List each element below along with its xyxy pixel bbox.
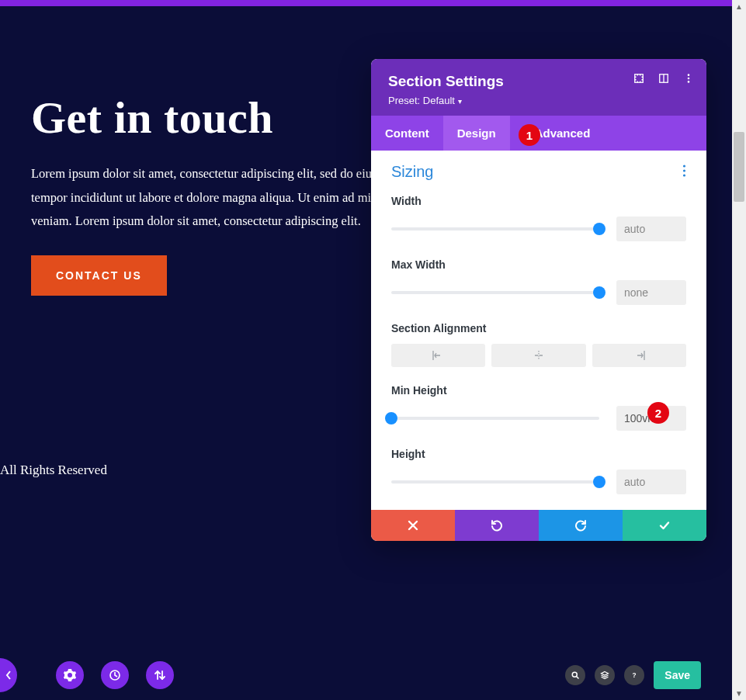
contact-us-button[interactable]: CONTACT US xyxy=(31,255,167,296)
min-height-label: Min Height xyxy=(391,384,686,397)
width-label: Width xyxy=(391,195,686,207)
max-width-slider[interactable] xyxy=(391,291,599,294)
expand-icon[interactable] xyxy=(633,73,644,84)
align-center-button[interactable] xyxy=(491,344,585,367)
scroll-up-arrow[interactable]: ▲ xyxy=(732,0,746,13)
history-icon[interactable] xyxy=(101,661,129,689)
layers-icon[interactable] xyxy=(595,665,615,685)
height-slider[interactable] xyxy=(391,480,599,483)
help-icon[interactable]: ? xyxy=(624,665,644,685)
modal-header: Section Settings Preset: Default xyxy=(371,59,706,116)
builder-bottom-toolbar: ? Save xyxy=(0,650,718,700)
svg-line-18 xyxy=(577,676,579,678)
svg-point-3 xyxy=(688,74,690,76)
confirm-button[interactable] xyxy=(623,510,706,541)
footer-rights-text: All Rights Reserved xyxy=(0,463,107,478)
align-left-button[interactable] xyxy=(391,344,485,367)
tab-design[interactable]: Design xyxy=(443,116,510,151)
tab-content[interactable]: Content xyxy=(371,116,443,151)
scroll-down-arrow[interactable]: ▼ xyxy=(732,687,746,700)
height-value-input[interactable]: auto xyxy=(616,470,686,494)
save-button[interactable]: Save xyxy=(654,661,701,689)
min-height-slider[interactable] xyxy=(391,417,599,420)
toolbar-expand-toggle[interactable] xyxy=(0,658,17,692)
panel-layout-icon[interactable] xyxy=(658,73,669,84)
svg-marker-19 xyxy=(602,671,609,675)
svg-point-17 xyxy=(573,672,578,677)
section-alignment-label: Section Alignment xyxy=(391,322,686,334)
group-sizing-title[interactable]: Sizing xyxy=(391,163,433,181)
modal-action-bar xyxy=(371,510,706,541)
more-menu-icon[interactable] xyxy=(683,73,694,84)
width-value-input[interactable]: auto xyxy=(616,217,686,241)
top-accent-bar xyxy=(0,0,732,6)
annotation-badge-2: 2 xyxy=(647,402,669,424)
max-width-value-input[interactable]: none xyxy=(616,280,686,305)
search-icon[interactable] xyxy=(565,665,585,685)
field-max-width: Max Width none xyxy=(391,258,686,305)
swap-icon[interactable] xyxy=(146,661,174,689)
height-label: Height xyxy=(391,448,686,460)
field-height: Height auto xyxy=(391,448,686,494)
svg-point-4 xyxy=(688,78,690,80)
svg-rect-0 xyxy=(635,75,644,83)
width-slider[interactable] xyxy=(391,227,599,230)
scrollbar-thumb[interactable] xyxy=(734,132,744,202)
svg-point-6 xyxy=(683,165,685,167)
undo-button[interactable] xyxy=(455,510,539,541)
align-right-button[interactable] xyxy=(592,344,686,367)
svg-point-8 xyxy=(683,174,685,176)
settings-icon[interactable] xyxy=(56,661,84,689)
max-width-label: Max Width xyxy=(391,258,686,271)
svg-point-5 xyxy=(688,81,690,83)
redo-button[interactable] xyxy=(539,510,623,541)
cancel-button[interactable] xyxy=(371,510,455,541)
preset-dropdown[interactable]: Preset: Default xyxy=(388,95,691,106)
svg-text:?: ? xyxy=(633,672,637,679)
group-options-icon[interactable] xyxy=(682,165,686,180)
window-scrollbar[interactable]: ▲ ▼ xyxy=(732,0,746,700)
svg-point-7 xyxy=(683,169,685,172)
modal-body: Sizing Width auto Max Width xyxy=(371,151,706,510)
field-width: Width auto xyxy=(391,195,686,241)
field-min-height: Min Height 100vh xyxy=(391,384,686,431)
annotation-badge-1: 1 xyxy=(519,124,540,146)
field-section-alignment: Section Alignment xyxy=(391,322,686,367)
